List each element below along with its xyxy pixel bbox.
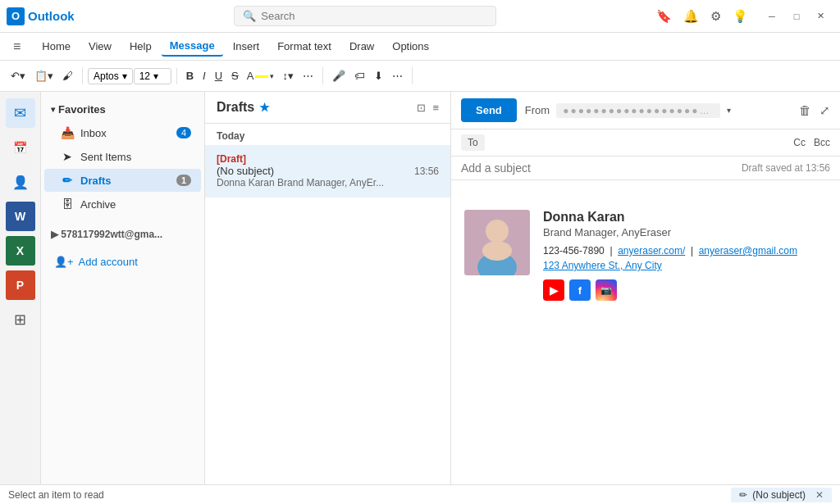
from-field: From ●●●●●●●●●●●●●●●●●●●● ▾ xyxy=(525,103,791,118)
status-tab[interactable]: ✏ (No subject) ✕ xyxy=(731,488,832,502)
filter-icon[interactable]: ⊡ xyxy=(417,102,426,114)
highlight-button[interactable]: A ▾ xyxy=(244,68,278,84)
menu-message[interactable]: Message xyxy=(162,36,223,57)
status-tab-close[interactable]: ✕ xyxy=(815,489,824,501)
clipboard-button[interactable]: 📋▾ xyxy=(30,67,57,84)
favorites-label: Favorites xyxy=(58,103,106,116)
more-options-button[interactable]: ⋯ xyxy=(388,67,407,84)
sent-icon: ➤ xyxy=(61,150,74,163)
outlook-logo: O Outlook xyxy=(7,7,75,25)
sig-email[interactable]: anyeraser@gmail.com xyxy=(699,245,797,257)
email-item[interactable]: [Draft] (No subject) 13:56 Donna Karan B… xyxy=(205,145,450,198)
menu-format-text[interactable]: Format text xyxy=(269,37,340,56)
delete-icon[interactable]: 🗑 xyxy=(799,103,811,118)
sig-address[interactable]: 123 Anywhere St., Any City xyxy=(543,260,827,271)
title-bar-right: 🔖 🔔 ⚙ 💡 ─ □ ✕ xyxy=(656,4,833,29)
sidebar-icon-excel[interactable]: X xyxy=(6,236,35,266)
email-list-header: Drafts ★ ⊡ ≡ xyxy=(205,92,450,124)
sig-website[interactable]: anyeraser.com/ xyxy=(618,245,685,257)
font-size-selector[interactable]: 12 ▾ xyxy=(134,68,171,84)
italic-button[interactable]: I xyxy=(199,67,210,84)
sig-phone: 123-456-7890 xyxy=(543,245,605,257)
sidebar-icon-word[interactable]: W xyxy=(6,202,35,231)
menu-help[interactable]: Help xyxy=(121,37,160,56)
youtube-button[interactable]: ▶ xyxy=(543,279,564,301)
sidebar-icon-powerpoint[interactable]: P xyxy=(6,270,35,300)
sort-icon[interactable]: ≡ xyxy=(432,102,439,114)
restore-button[interactable]: □ xyxy=(784,4,809,29)
sidebar-icon-apps[interactable]: ⊞ xyxy=(6,305,35,334)
font-selector[interactable]: Aptos ▾ xyxy=(88,68,133,84)
to-input[interactable] xyxy=(491,137,788,149)
underline-button[interactable]: U xyxy=(211,67,226,84)
star-icon[interactable]: ★ xyxy=(259,101,270,114)
svg-point-1 xyxy=(486,220,509,243)
account-email-text: 578117992wtt@gma... xyxy=(61,229,162,240)
search-icon: 🔍 xyxy=(243,10,256,22)
toolbar-font-group: Aptos ▾ 12 ▾ xyxy=(88,68,177,84)
menu-insert[interactable]: Insert xyxy=(225,37,268,56)
status-tab-label: (No subject) xyxy=(752,489,806,501)
hamburger-menu[interactable]: ≡ xyxy=(7,36,27,57)
title-bar: O Outlook 🔍 🔖 🔔 ⚙ 💡 ─ □ ✕ xyxy=(0,0,840,33)
undo-button[interactable]: ↶▾ xyxy=(7,67,30,84)
facebook-button[interactable]: f xyxy=(569,279,591,301)
nav-inbox[interactable]: 📥 Inbox 4 xyxy=(44,121,201,144)
sidebar-icon-mail[interactable]: ✉ xyxy=(6,98,35,128)
search-input[interactable] xyxy=(261,10,487,22)
from-dropdown-icon[interactable]: ▾ xyxy=(727,106,731,115)
sig-contact: 123-456-7890 | anyeraser.com/ | anyerase… xyxy=(543,245,827,257)
signature-photo-svg xyxy=(464,210,530,275)
search-box[interactable]: 🔍 xyxy=(234,6,496,26)
dictate-button[interactable]: 🎤 xyxy=(328,67,349,84)
sidebar-icon-people[interactable]: 👤 xyxy=(6,167,35,197)
nav-drafts[interactable]: ✏ Drafts 1 xyxy=(44,169,201,192)
main-layout: ✉ 📅 👤 W X P ⊞ ▾ Favorites 📥 Inbox 4 ➤ Se… xyxy=(0,92,840,484)
menu-view[interactable]: View xyxy=(80,37,120,56)
menu-home[interactable]: Home xyxy=(34,37,79,56)
strikethrough-button[interactable]: S xyxy=(227,67,243,84)
minimize-button[interactable]: ─ xyxy=(760,4,784,29)
nav-archive[interactable]: 🗄 Archive xyxy=(44,193,201,216)
drafts-icon: ✏ xyxy=(61,174,74,187)
account-email[interactable]: ▶ 578117992wtt@gma... xyxy=(51,225,194,243)
status-bar: Select an item to read ✏ (No subject) ✕ xyxy=(0,484,840,504)
format-paint-button[interactable]: 🖌 xyxy=(58,67,77,84)
sidebar-icon-calendar[interactable]: 📅 xyxy=(6,133,35,162)
toolbar: ↶▾ 📋▾ 🖌 Aptos ▾ 12 ▾ B I U S A ▾ ↕▾ ⋯ 🎤 … xyxy=(0,61,840,92)
close-button[interactable]: ✕ xyxy=(809,4,833,29)
send-button[interactable]: Send xyxy=(461,98,517,122)
bold-button[interactable]: B xyxy=(182,67,198,84)
spacing-button[interactable]: ↕▾ xyxy=(278,67,298,84)
bcc-button[interactable]: Bcc xyxy=(814,137,830,148)
menu-options[interactable]: Options xyxy=(384,37,437,56)
more-button[interactable]: ⋯ xyxy=(299,67,317,84)
to-label[interactable]: To xyxy=(461,134,485,151)
favorites-header[interactable]: ▾ Favorites xyxy=(41,98,204,120)
archive-label: Archive xyxy=(80,198,116,211)
bell-icon[interactable]: 🔔 xyxy=(683,9,699,24)
email-time: 13:56 xyxy=(414,166,439,177)
add-account-button[interactable]: 👤+ Add account xyxy=(44,251,201,273)
toolbar-undo-group: ↶▾ 📋▾ 🖌 xyxy=(7,67,83,84)
nav-sent[interactable]: ➤ Sent Items xyxy=(44,145,201,168)
gear-icon[interactable]: ⚙ xyxy=(710,9,721,24)
compose-header: Send From ●●●●●●●●●●●●●●●●●●●● ▾ 🗑 ⤢ xyxy=(451,92,840,129)
compose-panel: Send From ●●●●●●●●●●●●●●●●●●●● ▾ 🗑 ⤢ To … xyxy=(451,92,840,484)
sensitivity-button[interactable]: 🏷 xyxy=(350,67,369,84)
drafts-label: Drafts xyxy=(80,175,112,187)
compose-header-icons: 🗑 ⤢ xyxy=(799,103,830,118)
font-size-dropdown-icon: ▾ xyxy=(153,70,158,82)
menu-draw[interactable]: Draw xyxy=(341,37,382,56)
sig-title: Brand Manager, AnyEraser xyxy=(543,226,827,238)
lightbulb-icon[interactable]: 💡 xyxy=(733,9,748,24)
compose-body[interactable]: Donna Karan Brand Manager, AnyEraser 123… xyxy=(451,180,840,484)
menu-bar: ≡ Home View Help Message Insert Format t… xyxy=(0,33,840,61)
down-button[interactable]: ⬇ xyxy=(370,67,387,84)
popout-icon[interactable]: ⤢ xyxy=(819,103,830,118)
inbox-badge: 4 xyxy=(176,127,191,138)
bookmark-icon[interactable]: 🔖 xyxy=(656,9,672,24)
cc-button[interactable]: Cc xyxy=(793,137,806,148)
subject-input[interactable] xyxy=(461,161,742,175)
instagram-button[interactable]: 📷 xyxy=(596,279,617,301)
